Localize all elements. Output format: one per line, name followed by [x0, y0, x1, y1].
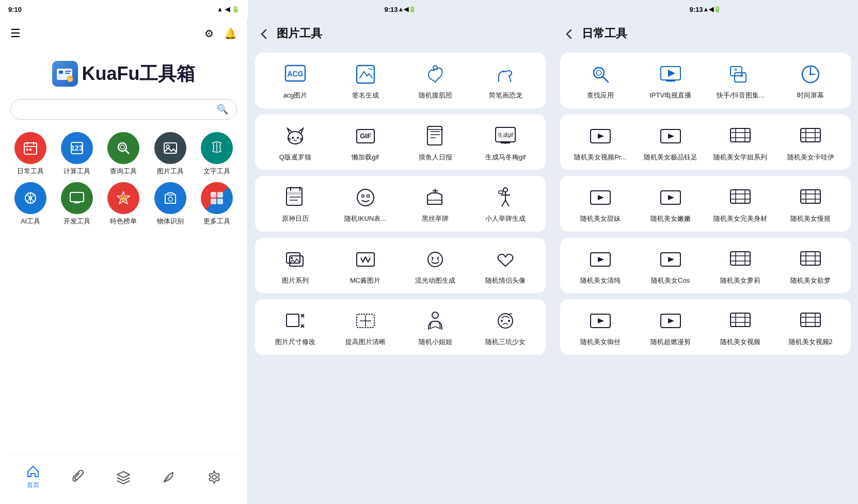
menu-icon[interactable]: ☰ [10, 27, 21, 40]
mid-item-mc[interactable]: MC酱图片 [333, 246, 398, 285]
right-item-v15[interactable]: 随机美女视频 [709, 307, 773, 347]
right-card-4: 随机美女清纯 随机美女Cos [560, 238, 851, 294]
svg-rect-155 [730, 313, 750, 327]
search-input[interactable] [19, 105, 217, 114]
svg-point-103 [734, 68, 737, 71]
nav-gear[interactable] [207, 469, 221, 484]
right-back-button[interactable] [563, 27, 576, 40]
mid-item-blacksign[interactable]: 黑丝举牌 [404, 184, 468, 223]
right-item-v6[interactable]: 随机美女嫩嫩 [639, 184, 703, 223]
v16-label: 随机美女视频2 [789, 337, 833, 347]
tool-item-more[interactable]: 更多工具 [197, 182, 237, 226]
settings-icon[interactable]: ⚙ [204, 27, 214, 40]
svg-marker-154 [668, 318, 674, 323]
right-item-kuaishou[interactable]: 快手/抖音图集... [709, 61, 773, 100]
tool-item-ai[interactable]: AI工具 [10, 182, 51, 226]
mid-item-monitor-gif[interactable]: 生成gif 生成马冬梅gif [473, 123, 537, 162]
genshin-icon [282, 184, 309, 211]
mid-item-couple[interactable]: 随机情侣头像 [473, 246, 537, 285]
right-item-v4[interactable]: 随机美女卡哇伊 [778, 123, 843, 162]
mid-back-button[interactable] [258, 27, 271, 40]
right-item-v10[interactable]: 随机美女Cos [639, 246, 703, 285]
sankeng-icon [492, 307, 519, 334]
mid-item-girl[interactable]: 随机小姐姐 [404, 307, 468, 347]
mid-item-flowing[interactable]: 流光动图生成 [404, 246, 468, 285]
tool-item-query[interactable]: 查询工具 [103, 132, 144, 176]
tool-item-text[interactable]: 文字工具 [197, 132, 237, 176]
svg-point-14 [118, 143, 126, 151]
svg-rect-10 [26, 149, 28, 151]
mid-item-sign[interactable]: 签名生成 [333, 61, 398, 100]
tool-item-image[interactable]: 图片工具 [150, 132, 190, 176]
mid-item-figure-sign[interactable]: 小人举牌生成 [473, 184, 537, 223]
search-bar[interactable]: 🔍 [10, 99, 237, 120]
tool-item-daily[interactable]: 日常工具 [10, 132, 51, 176]
mid-item-imgsize[interactable]: 图片尺寸修改 [263, 307, 327, 347]
enhance-icon [352, 307, 379, 334]
cat-icon [282, 123, 309, 150]
acg-label: acg图片 [283, 91, 307, 100]
mid-card-2: Q版暹罗猫 GIF 懒加载gif [255, 115, 546, 170]
mc-label: MC酱图片 [350, 276, 380, 285]
mid-item-ikun[interactable]: 随机IKUN表... [333, 184, 398, 223]
logo-icon: O [52, 61, 78, 87]
tool-item-dev[interactable]: 开发工具 [57, 182, 97, 226]
bell-icon[interactable]: 🔔 [224, 27, 237, 40]
nav-layers[interactable] [116, 469, 131, 484]
svg-point-90 [432, 312, 438, 318]
right-item-findapp[interactable]: 查找应用 [568, 61, 632, 100]
dino-icon [492, 61, 519, 88]
nav-leaf[interactable] [162, 469, 176, 484]
right-item-v7[interactable]: 随机美女完美身材 [709, 184, 773, 223]
right-item-v16[interactable]: 随机美女视频2 [778, 307, 843, 347]
right-item-iptv[interactable]: IPTV电视直播 [639, 61, 703, 100]
mid-item-sankeng[interactable]: 随机三坑少女 [473, 307, 537, 347]
mid-item-imgseries[interactable]: 图片系列 [263, 246, 327, 285]
right-item-v3[interactable]: 随机美女学姐系列 [709, 123, 773, 162]
mid-item-cat[interactable]: Q版暹罗猫 [263, 123, 327, 162]
v3-label: 随机美女学姐系列 [713, 153, 767, 162]
mid-item-muscle[interactable]: 随机腹肌照 [404, 61, 468, 100]
right-item-v9[interactable]: 随机美女清纯 [568, 246, 632, 285]
svg-rect-79 [287, 253, 300, 263]
muscle-icon [422, 61, 449, 88]
right-item-v2[interactable]: 随机美女极品钰足 [639, 123, 703, 162]
genshin-label: 原神日历 [282, 214, 309, 223]
muscle-label: 随机腹肌照 [419, 91, 452, 100]
svg-point-45 [292, 137, 294, 139]
leaf-icon [162, 469, 176, 484]
ai-icon-circle [14, 182, 46, 214]
right-item-timescreen[interactable]: 时间屏幕 [778, 61, 843, 100]
mid-item-gif[interactable]: GIF 懒加载gif [333, 123, 398, 162]
monitor-gif-label: 生成马冬梅gif [485, 153, 526, 162]
right-item-v14[interactable]: 随机超燃漫剪 [639, 307, 703, 347]
right-item-v12[interactable]: 随机美女欲梦 [778, 246, 843, 285]
svg-point-92 [501, 320, 503, 322]
tool-item-featured[interactable]: 👑 特色榜单 [103, 182, 144, 226]
v13-icon [587, 307, 614, 334]
nav-home[interactable]: 首页 [26, 463, 40, 490]
mid-item-genshin[interactable]: 原神日历 [263, 184, 327, 223]
tool-item-calc[interactable]: 123 计算工具 [57, 132, 97, 176]
right-item-v8[interactable]: 随机美女慢摇 [778, 184, 843, 223]
mid-item-enhance[interactable]: 提高图片清晰 [333, 307, 398, 347]
signal-icon: ▲ [217, 6, 223, 13]
mid-item-daily-report[interactable]: 摸鱼人日报 [404, 123, 468, 162]
svg-rect-101 [730, 67, 742, 76]
nav-attach[interactable] [71, 469, 86, 484]
svg-rect-25 [70, 192, 84, 202]
status-bar-mid: 9:13 ▲◀🔋 [248, 0, 553, 19]
right-item-v1[interactable]: 随机美女视频Pr... [568, 123, 632, 162]
right-item-v5[interactable]: 随机美女甜妹 [568, 184, 632, 223]
dev-label: 开发工具 [63, 217, 90, 226]
svg-rect-34 [217, 199, 223, 204]
v15-icon [727, 307, 754, 334]
mid-item-dino[interactable]: 简笔画恐龙 [473, 61, 537, 100]
right-item-v11[interactable]: 随机美女萝莉 [709, 246, 773, 285]
tool-item-object[interactable]: 物体识别 [150, 182, 190, 226]
layers-icon [116, 469, 131, 484]
battery-icon: 🔋 [232, 6, 240, 13]
mid-item-acg[interactable]: ACG acg图片 [263, 61, 327, 100]
right-item-v13[interactable]: 随机美女御丝 [568, 307, 632, 347]
svg-rect-2 [65, 71, 71, 72]
